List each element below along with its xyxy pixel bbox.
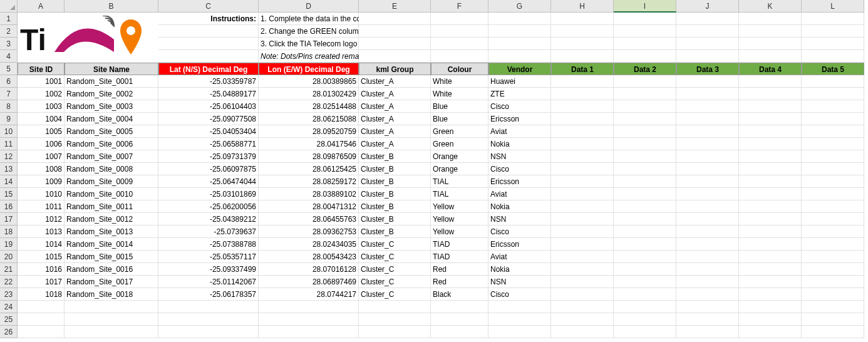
cell-K25[interactable]: [739, 313, 802, 326]
cell-lat-10[interactable]: -25.04053404: [158, 125, 259, 138]
header-kml_group[interactable]: kml Group: [359, 63, 431, 75]
cell-H2[interactable]: [551, 25, 614, 38]
select-all-corner[interactable]: [0, 0, 18, 13]
cell-lat-16[interactable]: -25.06200056: [158, 200, 259, 213]
cell-J3[interactable]: [676, 38, 739, 50]
cell-H20[interactable]: [551, 251, 614, 263]
cell-vendor-21[interactable]: Nokia: [488, 263, 551, 276]
cell-I8[interactable]: [614, 100, 676, 113]
cell-vendor-16[interactable]: Nokia: [488, 200, 551, 213]
row-header-11[interactable]: 11: [0, 138, 18, 150]
cell-lat-7[interactable]: -25.04889177: [158, 88, 259, 100]
column-header-B[interactable]: B: [65, 0, 158, 13]
cell-L1[interactable]: [802, 13, 864, 25]
cell-F24[interactable]: [431, 301, 488, 313]
row-header-7[interactable]: 7: [0, 88, 18, 100]
cell-vendor-20[interactable]: Aviat: [488, 251, 551, 263]
cell-B26[interactable]: [65, 326, 158, 338]
cell-B25[interactable]: [65, 313, 158, 326]
cell-sitename-23[interactable]: Random_Site_0018: [65, 288, 158, 301]
cell-E2[interactable]: [359, 25, 431, 38]
cell-colour-20[interactable]: TIAD: [431, 251, 488, 263]
cell-vendor-10[interactable]: Aviat: [488, 125, 551, 138]
cell-colour-16[interactable]: Yellow: [431, 200, 488, 213]
column-header-H[interactable]: H: [551, 0, 614, 13]
cell-H24[interactable]: [551, 301, 614, 313]
cell-kml-16[interactable]: Cluster_B: [359, 200, 431, 213]
cell-siteid-9[interactable]: 1004: [18, 113, 65, 125]
row-header-3[interactable]: 3: [0, 38, 18, 50]
cell-H1[interactable]: [551, 13, 614, 25]
cell-I21[interactable]: [614, 263, 676, 276]
cell-lon-21[interactable]: 28.07016128: [259, 263, 359, 276]
cell-colour-10[interactable]: Green: [431, 125, 488, 138]
cell-lat-6[interactable]: -25.03359787: [158, 75, 259, 88]
cell-K19[interactable]: [739, 238, 802, 251]
cell-I16[interactable]: [614, 200, 676, 213]
row-header-25[interactable]: 25: [0, 313, 18, 326]
cell-L25[interactable]: [802, 313, 864, 326]
cell-lat-23[interactable]: -25.06178357: [158, 288, 259, 301]
cell-vendor-12[interactable]: NSN: [488, 150, 551, 163]
cell-I9[interactable]: [614, 113, 676, 125]
cell-H19[interactable]: [551, 238, 614, 251]
cell-J24[interactable]: [676, 301, 739, 313]
cell-sitename-8[interactable]: Random_Site_0003: [65, 100, 158, 113]
cell-kml-22[interactable]: Cluster_C: [359, 276, 431, 288]
cell-lon-13[interactable]: 28.06125425: [259, 163, 359, 175]
row-header-2[interactable]: 2: [0, 25, 18, 38]
cell-K20[interactable]: [739, 251, 802, 263]
cell-kml-6[interactable]: Cluster_A: [359, 75, 431, 88]
cell-I23[interactable]: [614, 288, 676, 301]
cell-L10[interactable]: [802, 125, 864, 138]
cell-G2[interactable]: [488, 25, 551, 38]
cell-L23[interactable]: [802, 288, 864, 301]
cell-J17[interactable]: [676, 213, 739, 225]
cell-G26[interactable]: [488, 326, 551, 338]
header-site_name[interactable]: Site Name: [65, 63, 158, 75]
cell-J26[interactable]: [676, 326, 739, 338]
column-header-A[interactable]: A: [18, 0, 65, 13]
cell-C4[interactable]: [158, 50, 259, 63]
cell-H4[interactable]: [551, 50, 614, 63]
row-header-19[interactable]: 19: [0, 238, 18, 251]
cell-vendor-18[interactable]: Cisco: [488, 225, 551, 238]
cell-sitename-7[interactable]: Random_Site_0002: [65, 88, 158, 100]
cell-siteid-8[interactable]: 1003: [18, 100, 65, 113]
cell-F4[interactable]: [431, 50, 488, 63]
cell-lon-8[interactable]: 28.02514488: [259, 100, 359, 113]
cell-J12[interactable]: [676, 150, 739, 163]
cell-lon-20[interactable]: 28.00543423: [259, 251, 359, 263]
cell-vendor-23[interactable]: Cisco: [488, 288, 551, 301]
cell-L11[interactable]: [802, 138, 864, 150]
cell-J7[interactable]: [676, 88, 739, 100]
cell-L4[interactable]: [802, 50, 864, 63]
row-header-21[interactable]: 21: [0, 263, 18, 276]
row-header-20[interactable]: 20: [0, 251, 18, 263]
cell-H17[interactable]: [551, 213, 614, 225]
cell-K13[interactable]: [739, 163, 802, 175]
row-header-18[interactable]: 18: [0, 225, 18, 238]
cell-kml-9[interactable]: Cluster_A: [359, 113, 431, 125]
cell-J9[interactable]: [676, 113, 739, 125]
column-header-J[interactable]: J: [676, 0, 739, 13]
cell-A26[interactable]: [18, 326, 65, 338]
cell-K12[interactable]: [739, 150, 802, 163]
cell-A25[interactable]: [18, 313, 65, 326]
cell-I25[interactable]: [614, 313, 676, 326]
cell-sitename-17[interactable]: Random_Site_0012: [65, 213, 158, 225]
cell-sitename-11[interactable]: Random_Site_0006: [65, 138, 158, 150]
cell-H22[interactable]: [551, 276, 614, 288]
cell-I7[interactable]: [614, 88, 676, 100]
cell-lon-17[interactable]: 28.06455763: [259, 213, 359, 225]
row-header-9[interactable]: 9: [0, 113, 18, 125]
cell-L12[interactable]: [802, 150, 864, 163]
cell-siteid-19[interactable]: 1014: [18, 238, 65, 251]
cell-H23[interactable]: [551, 288, 614, 301]
cell-sitename-10[interactable]: Random_Site_0005: [65, 125, 158, 138]
cell-sitename-14[interactable]: Random_Site_0009: [65, 175, 158, 188]
cell-H6[interactable]: [551, 75, 614, 88]
cell-colour-23[interactable]: Black: [431, 288, 488, 301]
cell-sitename-6[interactable]: Random_Site_0001: [65, 75, 158, 88]
cell-lat-8[interactable]: -25.06104403: [158, 100, 259, 113]
